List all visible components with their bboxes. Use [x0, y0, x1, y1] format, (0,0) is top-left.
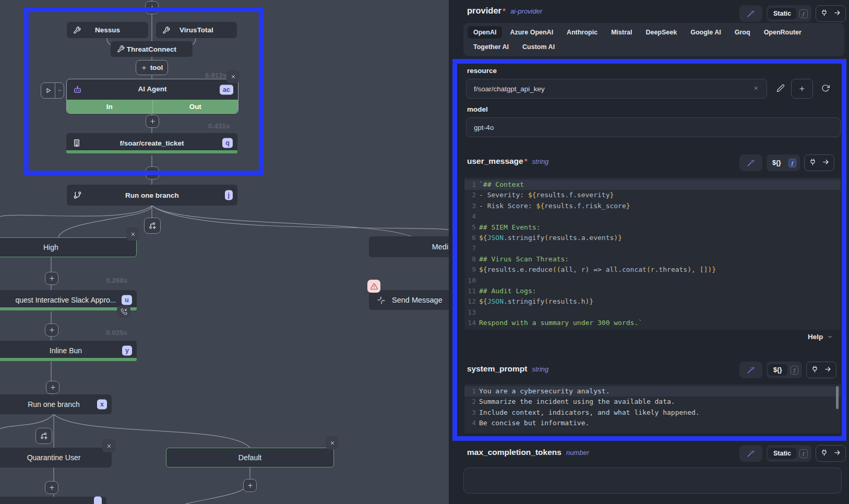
system-prompt-code-editor[interactable]: 1You are a cybersecurity analyst.2Summar… [464, 384, 841, 433]
plus-connector-button[interactable] [45, 323, 58, 337]
tab-openai[interactable]: OpenAI [468, 26, 502, 39]
function-mode-icon[interactable]: f [799, 449, 808, 458]
node-virustotal[interactable]: VirusTotal [156, 22, 237, 38]
arrow-right-icon[interactable] [833, 9, 841, 19]
plug-icon[interactable] [811, 365, 819, 375]
function-mode-icon[interactable]: f [788, 159, 797, 167]
code-line-2[interactable]: 2Summarize the incident using the availa… [464, 397, 841, 407]
node-run-one-branch-2[interactable]: Run one branch x [0, 394, 112, 414]
tab-groq[interactable]: Groq [729, 26, 756, 39]
node-send-message[interactable]: Send Message [369, 290, 449, 310]
code-line-1[interactable]: 1`## Context [464, 179, 841, 190]
static-mode-label[interactable]: Static [768, 8, 796, 19]
run-node-button[interactable] [41, 82, 64, 99]
code-line-13[interactable]: 13 [464, 307, 841, 318]
code-line-2[interactable]: 2- Severity: ${results.f.severity} [464, 190, 841, 200]
ai-wand-button[interactable] [739, 154, 762, 171]
code-line-4[interactable]: 4Be concise but informative. [464, 418, 841, 428]
plus-connector-button[interactable] [146, 115, 159, 128]
tab-google-ai[interactable]: Google AI [685, 26, 727, 39]
connect-io-buttons[interactable] [806, 362, 836, 378]
edit-pencil-icon[interactable] [776, 84, 785, 92]
node-nessus[interactable]: Nessus [67, 22, 148, 38]
code-line-1[interactable]: 1You are a cybersecurity analyst. [464, 386, 841, 397]
branch-default[interactable]: Default [166, 448, 334, 467]
code-line-5[interactable]: 5## SIEM Events: [464, 222, 841, 233]
static-mode-label[interactable]: Static [768, 448, 796, 459]
node-partial-bottom[interactable] [0, 497, 106, 504]
expr-mode-label[interactable]: ${} [768, 364, 787, 376]
node-run-one-branch-1[interactable]: Run one branch j [67, 185, 237, 206]
user-message-code-editor[interactable]: 1`## Context2- Severity: ${results.f.sev… [464, 177, 841, 330]
node-inline-bun[interactable]: Inline Bun y [0, 341, 137, 361]
editor-scrollbar[interactable] [836, 386, 839, 409]
code-line-10[interactable]: 10 [464, 275, 841, 286]
expr-mode-label[interactable]: ${} [768, 157, 785, 169]
delete-branch-button[interactable] [126, 227, 139, 241]
code-line-12[interactable]: 12${JSON.stringify(results.h)} [464, 296, 841, 307]
code-line-3[interactable]: 3Include context, indicators, and what l… [464, 407, 841, 418]
add-tool-button[interactable]: tool [136, 60, 168, 75]
delete-branch-button[interactable] [326, 436, 339, 449]
branch-medium[interactable]: Medium [369, 236, 449, 257]
tab-mistral[interactable]: Mistral [605, 26, 638, 39]
node-threatconnect[interactable]: ThreatConnect [111, 41, 193, 57]
code-line-4[interactable]: 4 [464, 211, 841, 222]
chevron-down-icon[interactable] [55, 83, 64, 98]
tab-custom-ai[interactable]: Custom AI [517, 41, 560, 53]
add-branch-button[interactable] [144, 218, 161, 234]
clear-icon[interactable] [753, 85, 759, 93]
ai-wand-button[interactable] [739, 5, 762, 22]
code-line-6[interactable]: 6${JSON.stringify(results.a.events)} [464, 233, 841, 243]
code-line-14[interactable]: 14Respond with a summary under 300 words… [464, 318, 841, 328]
expr-function-toggle[interactable]: ${} f [767, 154, 800, 171]
arrow-right-icon[interactable] [822, 158, 830, 168]
plus-connector-button[interactable] [146, 166, 159, 179]
tab-openrouter[interactable]: OpenRouter [758, 26, 807, 39]
expr-function-toggle[interactable]: ${} f [767, 362, 802, 378]
code-line-11[interactable]: 11## Audit Logs: [464, 286, 841, 296]
connect-io-buttons[interactable] [804, 154, 834, 171]
code-line-8[interactable]: 8## Virus Scan Threats: [464, 254, 841, 265]
add-branch-button[interactable] [35, 428, 52, 444]
ai-wand-button[interactable] [739, 362, 762, 378]
branch-high[interactable]: High [0, 237, 137, 257]
node-slack-approval[interactable]: quest Interactive Slack Appro... u [0, 290, 137, 310]
connect-io-buttons[interactable] [816, 445, 846, 462]
code-line-7[interactable]: 7 [464, 243, 841, 254]
warning-icon[interactable] [367, 280, 380, 293]
ai-agent-out[interactable]: Out [153, 100, 238, 113]
flow-canvas[interactable]: Nessus VirusTotal ThreatConnect tool 6.9… [0, 0, 449, 504]
static-function-toggle[interactable]: Static f [767, 5, 811, 22]
help-button[interactable]: Help [808, 333, 833, 341]
refresh-icon[interactable] [821, 84, 830, 92]
model-input[interactable]: gpt-4o [466, 117, 841, 137]
node-ai-agent[interactable]: AI Agent ac In Out [66, 79, 238, 114]
connect-io-buttons[interactable] [816, 5, 846, 22]
plug-icon[interactable] [820, 449, 828, 459]
plus-connector-button[interactable] [243, 479, 257, 492]
plug-icon[interactable] [820, 9, 828, 19]
plus-connector-button[interactable] [145, 1, 159, 14]
delete-node-button[interactable] [226, 70, 240, 83]
ai-wand-button[interactable] [739, 445, 762, 462]
max-tokens-input[interactable] [463, 467, 842, 494]
delete-branch-button[interactable] [102, 439, 115, 452]
tab-deepseek[interactable]: DeepSeek [640, 26, 683, 39]
arrow-right-icon[interactable] [824, 365, 832, 375]
ai-agent-in[interactable]: In [67, 100, 153, 113]
tab-together-ai[interactable]: Together AI [468, 41, 515, 53]
node-create-ticket[interactable]: f/soar/create_ticket q [66, 133, 237, 153]
suspend-phone-icon[interactable] [117, 306, 130, 318]
plus-connector-button[interactable] [45, 481, 58, 494]
plug-icon[interactable] [809, 158, 817, 168]
static-function-toggle[interactable]: Static f [767, 445, 811, 462]
add-resource-button[interactable] [791, 79, 813, 99]
branch-quarantine-user[interactable]: Quarantine User [0, 448, 112, 467]
function-mode-icon[interactable]: f [791, 366, 799, 375]
tab-anthropic[interactable]: Anthropic [561, 26, 603, 39]
arrow-right-icon[interactable] [833, 449, 841, 459]
code-line-9[interactable]: 9${results.e.reduce((all, r) => all.conc… [464, 265, 841, 275]
resource-input[interactable]: f/soar/chatgpt_api_key [466, 79, 767, 99]
tab-azure-openai[interactable]: Azure OpenAI [504, 26, 559, 39]
